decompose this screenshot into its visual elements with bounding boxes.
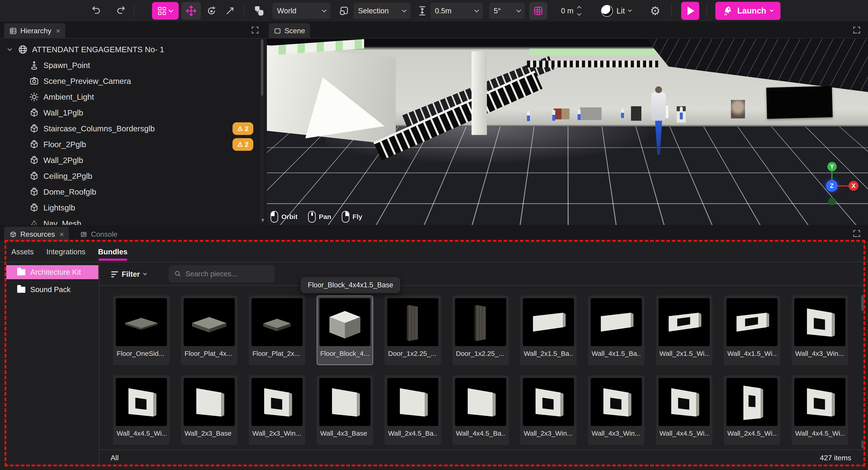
- hierarchy-item[interactable]: Wall_1Pglb: [0, 105, 259, 121]
- asset-tile[interactable]: Wall_4x3_Win...: [588, 375, 645, 445]
- asset-tile[interactable]: Wall_4x4.5_Wi...: [792, 375, 848, 445]
- hierarchy-root-item[interactable]: ATTENDANT ENGAGEMENTS No- 1: [0, 41, 259, 57]
- asset-tile[interactable]: Wall_4x3_Win...: [792, 295, 848, 365]
- asset-tile[interactable]: Wall_2x4.5_Ba...: [384, 375, 441, 445]
- close-icon[interactable]: ×: [56, 27, 60, 35]
- folder-label: Sound Pack: [30, 285, 70, 294]
- asset-tile[interactable]: Wall_4x4.5_Wi...: [113, 375, 169, 445]
- scrollbar-thumb[interactable]: [861, 441, 864, 448]
- expand-panel-icon[interactable]: [852, 229, 861, 238]
- warning-count: 2: [245, 125, 249, 132]
- hierarchy-item[interactable]: Wall_2Pglb: [0, 152, 259, 168]
- asset-tile[interactable]: Wall_2x1.5_Wi...: [656, 295, 712, 365]
- hierarchy-item[interactable]: Staircase_Columns_Bordersglb⚠2: [0, 121, 259, 136]
- scroll-down-icon[interactable]: ▼: [260, 217, 265, 223]
- step-up-icon[interactable]: [577, 6, 582, 10]
- asset-tile[interactable]: Door_1x2.25_...: [384, 295, 441, 365]
- world-dropdown[interactable]: World: [273, 3, 331, 19]
- close-icon[interactable]: ×: [60, 230, 64, 239]
- tab-console[interactable]: Console: [74, 227, 122, 242]
- asset-tile[interactable]: Floor_OneSid...: [113, 295, 169, 365]
- expand-panel-icon[interactable]: [852, 26, 861, 35]
- hierarchy-item-label: Dome_Roofglb: [43, 187, 96, 196]
- hierarchy-item[interactable]: Ambient_Light: [0, 89, 259, 105]
- y-axis-handle[interactable]: Y: [827, 162, 837, 171]
- asset-tile[interactable]: Wall_2x1.5_Ba...: [520, 295, 577, 365]
- tab-hierarchy[interactable]: Hierarchy ×: [4, 23, 65, 38]
- hierarchy-item[interactable]: Scene_Preview_Camera: [0, 73, 259, 89]
- hierarchy-item-label: Wall_2Pglb: [43, 156, 83, 165]
- scene-viewport[interactable]: Y Z X Orbit Pan Fly: [267, 39, 868, 225]
- scrollbar-thumb[interactable]: [861, 295, 864, 311]
- asset-thumbnail: [658, 378, 710, 426]
- grid-scrollbar[interactable]: [861, 293, 864, 450]
- subtab-integrations[interactable]: Integrations: [46, 248, 85, 256]
- shading-mode-dropdown[interactable]: Lit: [601, 0, 631, 22]
- step-down-icon[interactable]: [577, 11, 582, 16]
- search-input[interactable]: [185, 270, 269, 278]
- hierarchy-item[interactable]: Nav_Mesh: [0, 216, 259, 225]
- expand-panel-icon[interactable]: [251, 26, 260, 35]
- hierarchy-item[interactable]: Spawn_Point: [0, 57, 259, 73]
- move-tool-button[interactable]: [181, 2, 201, 20]
- hierarchy-item-label: Staircase_Columns_Bordersglb: [43, 124, 155, 133]
- asset-tile[interactable]: Wall_2x3_Win...: [520, 375, 577, 445]
- tab-scene[interactable]: Scene: [269, 23, 310, 38]
- fit-height-button[interactable]: [416, 0, 429, 22]
- folder-sound-pack[interactable]: Sound Pack: [6, 283, 98, 296]
- z-axis-handle[interactable]: Z: [826, 180, 838, 192]
- elevation-stepper[interactable]: [578, 6, 581, 15]
- rotate-snap-dropdown[interactable]: 5°: [489, 3, 525, 19]
- warning-badge[interactable]: ⚠2: [232, 122, 253, 135]
- launch-button-label: Launch: [737, 6, 766, 15]
- hierarchy-item[interactable]: Ceiling_2Pglb: [0, 168, 259, 184]
- asset-tile[interactable]: Wall_4x4.5_Ba...: [452, 375, 509, 445]
- asset-tile[interactable]: Floor_Plat_2x...: [249, 295, 305, 365]
- hierarchy-scrollbar[interactable]: ▼: [260, 39, 264, 224]
- tab-label: Hierarchy: [20, 27, 51, 35]
- selection-dropdown[interactable]: Selection: [353, 3, 410, 19]
- asset-tile[interactable]: Wall_2x4.5_Wi...: [724, 375, 780, 445]
- hierarchy-item[interactable]: Dome_Roofglb: [0, 184, 259, 200]
- scrollbar-thumb[interactable]: [261, 39, 263, 96]
- asset-tile[interactable]: Floor_Block_4...: [317, 295, 373, 365]
- asset-tile[interactable]: Wall_4x1.5_Wi...: [724, 295, 780, 365]
- negative-y-axis-handle[interactable]: [828, 197, 836, 205]
- folder-architecture-kit[interactable]: Architecture Kit: [6, 265, 98, 279]
- settings-button[interactable]: ⚙: [647, 0, 663, 22]
- tab-resources[interactable]: Resources ×: [4, 227, 69, 242]
- resources-panel: Resources × Console AssetsIntegrationsBu…: [0, 225, 868, 470]
- asset-tile[interactable]: Wall_2x3_Base: [181, 375, 238, 445]
- asset-tile[interactable]: Wall_4x1.5_Ba...: [588, 295, 645, 365]
- grid-snap-toggle[interactable]: [529, 2, 547, 20]
- hierarchy-item[interactable]: Lightsglb: [0, 200, 259, 216]
- subtab-assets[interactable]: Assets: [11, 248, 34, 256]
- play-button[interactable]: [681, 2, 699, 20]
- x-axis-handle[interactable]: X: [848, 181, 859, 191]
- viewport-mode-button[interactable]: [336, 0, 352, 22]
- elevation-control[interactable]: 0 m: [551, 3, 591, 19]
- mouse-left-button-icon: [271, 211, 278, 223]
- transform-space-button[interactable]: [251, 0, 268, 22]
- asset-tile[interactable]: Door_1x2.25_...: [452, 295, 509, 365]
- move-snap-dropdown[interactable]: 0.5m: [430, 3, 483, 19]
- warning-badge[interactable]: ⚠2: [232, 138, 253, 151]
- search-box[interactable]: [169, 265, 275, 282]
- hierarchy-item[interactable]: Floor_2Pglb⚠2: [0, 136, 259, 152]
- asset-tile[interactable]: Wall_2x3_Win...: [249, 375, 305, 445]
- asset-tile[interactable]: Floor_Plat_4x...: [181, 295, 238, 365]
- rotate-tool-button[interactable]: [204, 0, 219, 22]
- launch-button[interactable]: Launch: [715, 2, 780, 20]
- asset-tile[interactable]: Wall_4x3_Base: [317, 375, 373, 445]
- undo-button[interactable]: [89, 0, 103, 22]
- orientation-gizmo[interactable]: Y Z X: [814, 156, 864, 211]
- chevron-down-icon[interactable]: [6, 46, 13, 53]
- filter-button[interactable]: Filter: [111, 268, 146, 281]
- asset-palette-button[interactable]: [152, 2, 179, 20]
- asset-thumbnail: [455, 378, 506, 426]
- subtab-bundles[interactable]: Bundles: [98, 248, 128, 256]
- light-icon: [29, 92, 39, 102]
- scale-tool-button[interactable]: [222, 0, 238, 22]
- asset-tile[interactable]: Wall_4x4.5_Wi...: [656, 375, 712, 445]
- redo-button[interactable]: [114, 0, 128, 22]
